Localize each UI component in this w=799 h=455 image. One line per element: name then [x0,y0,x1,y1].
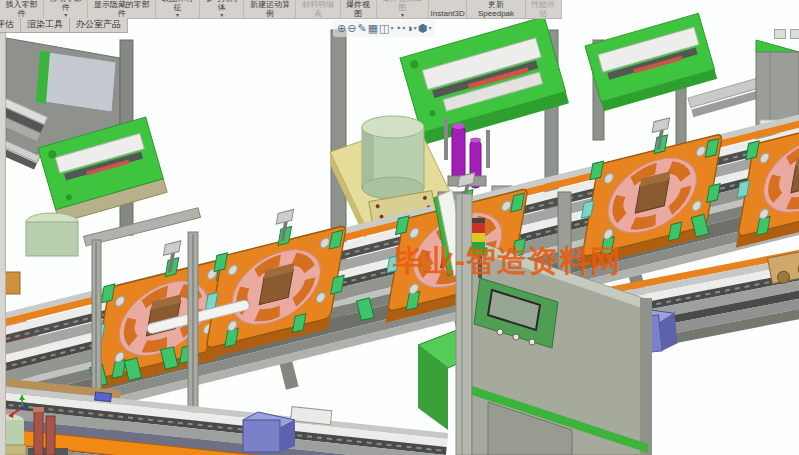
command-button-label: 性能评估 [528,1,559,18]
display-style-icon[interactable]: ◫▾ [379,23,393,34]
command-button-label: 爆炸视图 [343,1,374,18]
section-view-icon: ✎ [357,23,366,34]
dropdown-caret-icon[interactable]: ▾ [176,12,179,18]
tab-1[interactable]: 渲染工具 [21,18,70,32]
command-button-label: 显示隐藏的零部件 [90,1,153,18]
solidworks-window: 插入零部件移动零部件▾显示隐藏的零部件装配体特征▾参考几何体▾新建运动算例材料明… [0,0,799,455]
view-orientation-icon: ▦ [368,23,378,34]
hide-show-items-icon[interactable]: ◔▾ [394,23,405,34]
3d-viewport[interactable] [0,0,799,455]
command-button-11[interactable]: 性能评估 [526,0,562,18]
view-orientation-icon[interactable]: ▦ [368,23,378,34]
zoom-to-area-icon[interactable]: ⊖ [347,23,356,34]
dropdown-caret-icon[interactable]: ▾ [414,23,417,34]
apply-scene-icon: ⬢ [418,23,428,34]
blue-box-left [243,412,295,452]
zoom-to-fit-icon: ⊕ [337,23,346,34]
command-button-5[interactable]: 新建运动算例 [244,0,296,18]
command-button-label: 移动零部件 [46,0,85,12]
apply-scene-icon[interactable]: ⬢▾ [418,23,432,34]
command-manager-tabs: 评估渲染工具办公室产品 [0,18,128,33]
dropdown-caret-icon[interactable]: ▾ [402,23,405,34]
heads-up-view-toolbar: ⊕⊖✎▦◫▾◔▾◑▾⬢▾ [333,20,435,37]
dropdown-caret-icon[interactable]: ▾ [220,12,223,18]
command-button-1[interactable]: 移动零部件▾ [44,0,88,18]
command-manager-toolbar: 插入零部件移动零部件▾显示隐藏的零部件装配体特征▾参考几何体▾新建运动算例材料明… [0,0,562,19]
edit-appearance-icon: ◑ [406,23,413,34]
feature-panel-edge[interactable] [0,32,6,455]
edit-appearance-icon[interactable]: ◑▾ [406,23,417,34]
command-button-9[interactable]: Instant3D [429,0,468,18]
section-view-icon[interactable]: ✎ [357,23,366,34]
command-button-3[interactable]: 装配体特征▾ [156,0,200,18]
zoom-to-fit-icon[interactable]: ⊕ [337,23,346,34]
hide-show-items-icon: ◔ [394,23,401,34]
pale-green-tank [362,116,424,199]
command-button-label: 更新 Speedpak [469,1,522,18]
command-button-label: 爆炸直线草图 [379,0,426,12]
panel-icon-1[interactable] [774,29,786,39]
command-button-label: 参考几何体 [202,0,241,12]
command-button-10[interactable]: 更新 Speedpak [467,0,525,18]
dropdown-caret-icon[interactable]: ▾ [390,23,393,34]
tab-0[interactable]: 评估 [0,18,21,32]
command-button-label: 装配体特征 [158,0,197,12]
zoom-to-area-icon: ⊖ [347,23,356,34]
command-button-label: 新建运动算例 [246,1,293,18]
command-button-6[interactable]: 材料明细表 [296,0,340,18]
viewport-corner-icons [774,29,799,39]
command-button-label: Instant3D [431,10,465,19]
command-button-label: 材料明细表 [298,1,337,18]
command-button-7[interactable]: 爆炸视图 [341,0,377,18]
command-button-8[interactable]: 爆炸直线草图▾ [377,0,429,18]
command-button-2[interactable]: 显示隐藏的零部件 [88,0,156,18]
dropdown-caret-icon[interactable]: ▾ [428,23,431,34]
panel-icon-2[interactable] [790,29,799,39]
command-button-label: 插入零部件 [2,1,41,18]
command-button-4[interactable]: 参考几何体▾ [200,0,244,18]
command-button-0[interactable]: 插入零部件 [0,0,44,18]
display-style-icon: ◫ [379,23,389,34]
dropdown-caret-icon[interactable]: ▾ [401,12,404,18]
tab-2[interactable]: 办公室产品 [70,18,128,32]
